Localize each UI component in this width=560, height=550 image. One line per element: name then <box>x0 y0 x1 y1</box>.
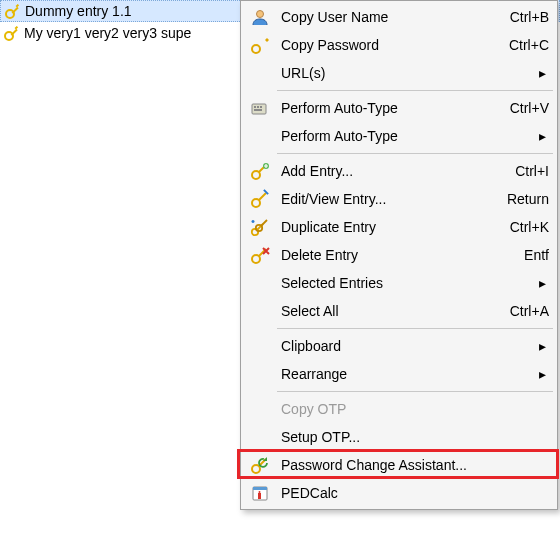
menu-item-edit-entry[interactable]: Edit/View Entry...Return <box>243 185 555 213</box>
menu-item-pedcalc[interactable]: PEDCalc <box>243 479 555 507</box>
svg-point-13 <box>252 171 260 179</box>
key-add-icon <box>245 161 275 181</box>
menu-item-sel-entries[interactable]: Selected Entries▸ <box>243 269 555 297</box>
svg-rect-9 <box>254 106 256 108</box>
key-change-icon <box>245 455 275 475</box>
context-menu: Copy User NameCtrl+BCopy PasswordCtrl+CU… <box>240 0 558 510</box>
user-icon <box>245 7 275 27</box>
menu-item-label: Selected Entries <box>275 275 535 291</box>
menu-item-shortcut: Entf <box>489 247 549 263</box>
menu-item-label: Perform Auto-Type <box>275 128 535 144</box>
menu-item-dup-entry[interactable]: Duplicate EntryCtrl+K <box>243 213 555 241</box>
menu-item-label: URL(s) <box>275 65 535 81</box>
menu-item-label: Clipboard <box>275 338 535 354</box>
svg-point-15 <box>252 199 260 207</box>
menu-item-sel-all[interactable]: Select AllCtrl+A <box>243 297 555 325</box>
menu-item-label: Setup OTP... <box>275 429 549 445</box>
menu-item-label: Perform Auto-Type <box>275 100 489 116</box>
menu-item-label: PEDCalc <box>275 485 549 501</box>
svg-rect-5 <box>15 26 19 30</box>
menu-item-autotype[interactable]: Perform Auto-TypeCtrl+V <box>243 94 555 122</box>
key-gold-icon <box>245 35 275 55</box>
menu-item-label: Add Entry... <box>275 163 489 179</box>
key-edit-icon <box>245 189 275 209</box>
chevron-right-icon: ▸ <box>535 366 549 382</box>
chevron-right-icon: ▸ <box>535 338 549 354</box>
menu-separator <box>277 153 553 154</box>
menu-item-label: Delete Entry <box>275 247 489 263</box>
menu-separator <box>277 90 553 91</box>
menu-item-label: Select All <box>275 303 489 319</box>
svg-rect-10 <box>257 106 259 108</box>
menu-item-label: Copy User Name <box>275 9 489 25</box>
chevron-right-icon: ▸ <box>535 65 549 81</box>
chevron-right-icon: ▸ <box>535 275 549 291</box>
menu-item-copy-otp: Copy OTP <box>243 395 555 423</box>
menu-item-clipboard[interactable]: Clipboard▸ <box>243 332 555 360</box>
key-del-icon <box>245 245 275 265</box>
svg-rect-11 <box>260 106 262 108</box>
svg-point-19 <box>252 255 260 263</box>
menu-item-label: Rearrange <box>275 366 535 382</box>
menu-separator <box>277 328 553 329</box>
svg-point-6 <box>257 11 264 18</box>
chevron-right-icon: ▸ <box>535 128 549 144</box>
key-icon <box>4 25 20 41</box>
menu-item-pca[interactable]: Password Change Assistant... <box>243 451 555 479</box>
menu-item-copy-pass[interactable]: Copy PasswordCtrl+C <box>243 31 555 59</box>
entry-label: My very1 very2 very3 supe <box>24 25 191 41</box>
svg-rect-23 <box>258 493 261 499</box>
calendar-icon <box>245 483 275 503</box>
menu-item-shortcut: Ctrl+C <box>489 37 549 53</box>
entry-label: Dummy entry 1.1 <box>25 3 132 19</box>
menu-separator <box>277 391 553 392</box>
svg-rect-2 <box>16 4 20 8</box>
menu-item-label: Password Change Assistant... <box>275 457 549 473</box>
menu-item-label: Duplicate Entry <box>275 219 489 235</box>
key-dup-icon <box>245 217 275 237</box>
menu-item-urls[interactable]: URL(s)▸ <box>243 59 555 87</box>
svg-rect-12 <box>254 109 262 111</box>
menu-item-shortcut: Ctrl+V <box>489 100 549 116</box>
menu-item-autotype2[interactable]: Perform Auto-Type▸ <box>243 122 555 150</box>
autotype-icon <box>245 98 275 118</box>
svg-point-7 <box>252 45 260 53</box>
menu-item-shortcut: Ctrl+K <box>489 219 549 235</box>
menu-item-shortcut: Ctrl+A <box>489 303 549 319</box>
menu-item-copy-user[interactable]: Copy User NameCtrl+B <box>243 3 555 31</box>
menu-item-label: Edit/View Entry... <box>275 191 489 207</box>
menu-item-del-entry[interactable]: Delete EntryEntf <box>243 241 555 269</box>
svg-point-20 <box>252 465 260 473</box>
menu-item-setup-otp[interactable]: Setup OTP... <box>243 423 555 451</box>
menu-item-rearrange[interactable]: Rearrange▸ <box>243 360 555 388</box>
menu-item-label: Copy OTP <box>275 401 549 417</box>
svg-point-24 <box>259 491 261 493</box>
menu-item-add-entry[interactable]: Add Entry...Ctrl+I <box>243 157 555 185</box>
menu-item-shortcut: Ctrl+B <box>489 9 549 25</box>
key-icon <box>5 3 21 19</box>
menu-item-shortcut: Ctrl+I <box>489 163 549 179</box>
menu-item-label: Copy Password <box>275 37 489 53</box>
menu-item-shortcut: Return <box>489 191 549 207</box>
svg-rect-22 <box>253 487 267 490</box>
